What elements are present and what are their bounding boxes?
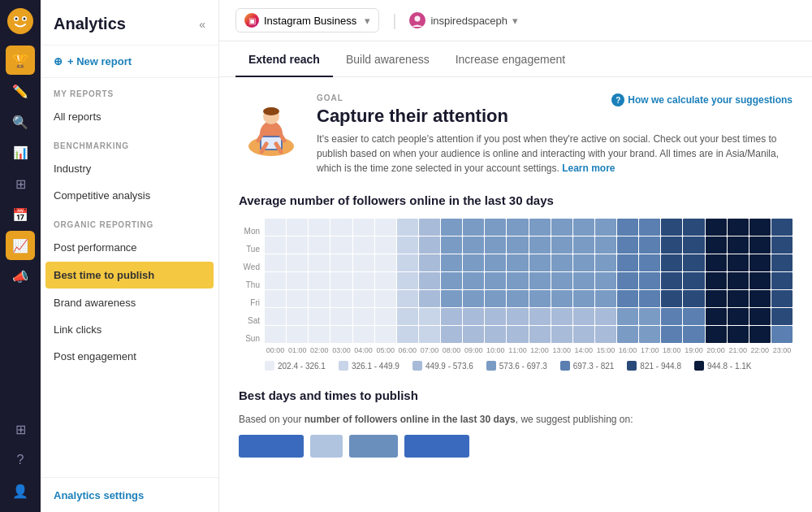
heatmap-cell [419, 290, 440, 307]
section-organic-reporting: ORGANIC REPORTING [41, 209, 218, 234]
sidebar-item-best-time[interactable]: Best time to publish [45, 262, 214, 289]
sidebar-item-brand-awareness[interactable]: Brand awareness [41, 289, 218, 316]
heatmap-cell [771, 272, 793, 289]
heatmap-cell [397, 308, 418, 325]
question-icon: ? [611, 93, 624, 106]
nav-icon-chart-bar[interactable]: 📊 [6, 138, 35, 167]
time-label: 17:00 [639, 346, 660, 354]
tab-increase-engagement[interactable]: Increase engagement [443, 41, 578, 77]
goal-label: GOAL [317, 93, 508, 102]
sidebar-item-link-clicks[interactable]: Link clicks [41, 316, 218, 343]
heatmap-cell [749, 308, 771, 325]
sidebar-item-post-performance[interactable]: Post performance [41, 234, 218, 261]
heatmap-cell [551, 272, 572, 289]
heatmap-cell [617, 272, 638, 289]
nav-icon-help[interactable]: ? [6, 445, 35, 475]
legend-item: 697.3 - 821 [560, 361, 615, 371]
heatmap-cell [617, 326, 638, 343]
heatmap-cell [375, 254, 396, 271]
heatmap-cell [353, 219, 374, 236]
nav-icon-compose[interactable]: ✏️ [6, 76, 35, 106]
heatmap-cell [441, 272, 462, 289]
sidebar-collapse-button[interactable]: « [199, 18, 205, 31]
best-day-bar [239, 435, 304, 458]
sidebar-item-competitive-analysis[interactable]: Competitive analysis [41, 182, 218, 209]
main-header: ▣ Instagram Business ▾ | inspiredspaceph… [219, 0, 812, 41]
best-days-section: Best days and times to publish Based on … [239, 388, 793, 458]
user-selector[interactable]: inspiredspaceph ▾ [409, 12, 518, 28]
svg-point-4 [24, 18, 26, 20]
user-name-label: inspiredspaceph [430, 15, 508, 27]
sidebar-item-industry[interactable]: Industry [41, 155, 218, 182]
time-label: 01:00 [287, 346, 308, 354]
heatmap-cell [617, 219, 638, 236]
heatmap-cell [419, 219, 440, 236]
day-label-fri: Fri [239, 293, 265, 311]
heatmap-cell [683, 219, 704, 236]
heatmap-cell [573, 290, 594, 307]
heatmap-cell [551, 308, 572, 325]
heatmap-cell [639, 236, 660, 254]
nav-icon-profile[interactable]: 👤 [6, 476, 35, 505]
nav-icon-search[interactable]: 🔍 [6, 107, 35, 137]
legend-item: 944.8 - 1.1K [694, 361, 751, 371]
heatmap-cell [463, 254, 484, 271]
heatmap-cell [661, 308, 682, 325]
nav-icon-megaphone[interactable]: 📣 [6, 262, 35, 291]
heatmap-cell [529, 326, 551, 343]
heatmap-cell [463, 272, 484, 289]
heatmap-cell [287, 219, 308, 236]
heatmap-cell [330, 308, 352, 325]
heatmap-cell [485, 326, 506, 343]
heatmap-cell [683, 290, 704, 307]
heatmap-cell [309, 272, 330, 289]
heatmap-cell [463, 326, 484, 343]
goal-illustration [239, 93, 304, 158]
tab-build-awareness[interactable]: Build awareness [333, 41, 443, 77]
heatmap-cell [529, 272, 551, 289]
instagram-icon: ▣ [244, 13, 259, 28]
heatmap-cell [573, 308, 594, 325]
heatmap-cell [309, 219, 330, 236]
heatmap-cell [573, 254, 594, 271]
sidebar-item-post-engagement[interactable]: Post engagement [41, 343, 218, 370]
heatmap-cell [419, 236, 440, 254]
heatmap-cell [287, 254, 308, 271]
heatmap-cell [375, 272, 396, 289]
nav-icon-grid[interactable]: ⊞ [6, 169, 35, 198]
heatmap-cell [639, 254, 660, 271]
day-label-sat: Sat [239, 311, 265, 329]
section-benchmarking: BENCHMARKING [41, 130, 218, 155]
time-label: 20:00 [706, 346, 727, 354]
account-selector[interactable]: ▣ Instagram Business ▾ [235, 8, 379, 33]
nav-icon-trophy[interactable]: 🏆 [6, 46, 35, 75]
heatmap-cell [595, 308, 616, 325]
legend-item: 573.6 - 697.3 [486, 361, 547, 371]
learn-more-link[interactable]: Learn more [562, 163, 615, 174]
heatmap-cell [771, 308, 793, 325]
time-label: 11:00 [507, 346, 528, 354]
heatmap-grid [265, 219, 793, 343]
heatmap-cell [309, 326, 330, 343]
nav-icon-analytics[interactable]: 📈 [6, 231, 35, 260]
heatmap-cell [265, 236, 286, 254]
logo[interactable] [6, 7, 35, 36]
heatmap-cell [485, 254, 506, 271]
sidebar-header: Analytics « [41, 0, 218, 46]
nav-icon-apps[interactable]: ⊞ [6, 414, 35, 444]
heatmap-cell [529, 219, 551, 236]
heatmap-cell [706, 326, 727, 343]
nav-icon-calendar[interactable]: 📅 [6, 200, 35, 229]
how-calc-link[interactable]: ? How we calculate your suggestions [611, 93, 793, 106]
heatmap-cell [551, 254, 572, 271]
new-report-button[interactable]: ⊕ + New report [41, 46, 218, 78]
heatmap-cell [507, 219, 528, 236]
analytics-settings-link[interactable]: Analytics settings [54, 489, 144, 501]
sidebar-item-all-reports[interactable]: All reports [41, 103, 218, 130]
tab-extend-reach[interactable]: Extend reach [235, 41, 333, 77]
heatmap-cell [749, 236, 771, 254]
sidebar: Analytics « ⊕ + New report MY REPORTS Al… [41, 0, 219, 512]
legend-item: 449.9 - 573.6 [412, 361, 473, 371]
heatmap-cell [639, 219, 660, 236]
heatmap-cell [706, 254, 727, 271]
